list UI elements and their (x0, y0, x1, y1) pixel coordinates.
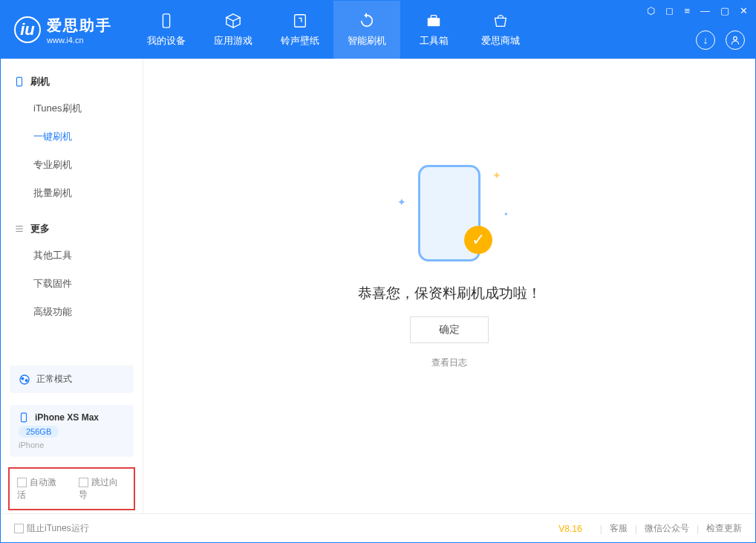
svg-point-11 (25, 380, 27, 382)
music-icon (291, 12, 309, 30)
svg-point-4 (734, 36, 737, 40)
svg-rect-0 (163, 14, 169, 27)
sidebar-item-download-fw[interactable]: 下载固件 (1, 270, 143, 298)
menu-icon[interactable]: ≡ (684, 5, 690, 16)
sparkle-icon: ✦ (504, 211, 509, 218)
support-link[interactable]: 客服 (610, 522, 628, 535)
device-mode-label: 正常模式 (36, 373, 72, 386)
phone-icon (14, 77, 25, 87)
refresh-icon (358, 12, 376, 30)
wechat-link[interactable]: 微信公众号 (645, 522, 689, 535)
window-controls: ⬡ ◻ ≡ — ▢ ✕ (647, 5, 748, 16)
sidebar: 刷机 iTunes刷机 一键刷机 专业刷机 批量刷机 更多 其他工具 下载固件 … (1, 59, 143, 513)
sidebar-title-label: 刷机 (30, 75, 50, 88)
tab-label: 爱思商城 (481, 34, 520, 48)
block-itunes-checkbox[interactable]: 阻止iTunes运行 (14, 522, 89, 535)
device-type: iPhone (19, 440, 125, 449)
footer-left: 阻止iTunes运行 (14, 522, 89, 535)
logo-icon: iu (14, 16, 41, 43)
sparkle-icon: ✦ (492, 169, 501, 181)
skip-guide-checkbox[interactable]: 跳过向导 (79, 476, 127, 501)
options-highlight-box: 自动激活 跳过向导 (8, 467, 135, 510)
checkbox-icon (17, 478, 27, 487)
app-subtitle: www.i4.cn (47, 36, 112, 45)
download-button[interactable]: ↓ (696, 30, 715, 50)
device-name: iPhone XS Max (35, 412, 99, 423)
sidebar-section-more: 更多 其他工具 下载固件 高级功能 (1, 216, 143, 326)
check-update-link[interactable]: 检查更新 (706, 522, 742, 535)
toolbox-icon (425, 12, 443, 30)
sidebar-item-oneclick-flash[interactable]: 一键刷机 (1, 123, 143, 151)
mode-icon (19, 374, 30, 386)
sidebar-item-pro-flash[interactable]: 专业刷机 (1, 151, 143, 179)
success-message: 恭喜您，保资料刷机成功啦！ (358, 284, 541, 303)
ok-button[interactable]: 确定 (410, 316, 489, 343)
tab-label: 工具箱 (420, 34, 449, 48)
svg-rect-12 (22, 413, 27, 422)
shirt-icon[interactable]: ⬡ (647, 5, 655, 16)
header-actions: ↓ (696, 30, 745, 50)
sidebar-section-flash: 刷机 iTunes刷机 一键刷机 专业刷机 批量刷机 (1, 69, 143, 207)
device-mode-box[interactable]: 正常模式 (10, 365, 134, 393)
tab-label: 铃声壁纸 (281, 34, 319, 48)
tab-toolbox[interactable]: 工具箱 (400, 1, 467, 59)
tab-label: 应用游戏 (214, 34, 252, 48)
app-body: 刷机 iTunes刷机 一键刷机 专业刷机 批量刷机 更多 其他工具 下载固件 … (1, 59, 755, 513)
list-icon (14, 224, 25, 234)
tab-label: 智能刷机 (348, 34, 386, 48)
tab-store[interactable]: 爱思商城 (467, 1, 534, 59)
checkbox-icon (14, 524, 24, 533)
device-icon (157, 12, 175, 30)
svg-point-10 (22, 377, 24, 380)
device-phone-icon (19, 412, 29, 423)
maximize-button[interactable]: ▢ (720, 5, 729, 16)
sidebar-title-flash: 刷机 (1, 69, 143, 94)
svg-rect-3 (431, 16, 436, 19)
logo-text: 爱思助手 www.i4.cn (47, 16, 112, 45)
checkbox-icon (79, 478, 88, 487)
sidebar-title-more: 更多 (1, 216, 143, 241)
auto-activate-checkbox[interactable]: 自动激活 (17, 476, 65, 501)
close-button[interactable]: ✕ (740, 5, 748, 16)
sidebar-item-other-tools[interactable]: 其他工具 (1, 241, 143, 270)
sidebar-item-batch-flash[interactable]: 批量刷机 (1, 179, 143, 207)
success-illustration: ✦ ✦ ✦ ✓ (397, 159, 501, 270)
store-icon (492, 12, 509, 30)
minimize-button[interactable]: — (700, 5, 710, 16)
footer-right: V8.16 | 客服 | 微信公众号 | 检查更新 (558, 522, 742, 535)
separator: | (600, 524, 602, 534)
tab-label: 我的设备 (147, 34, 186, 48)
main-tabs: 我的设备 应用游戏 铃声壁纸 智能刷机 工具箱 爱思商城 (133, 1, 534, 59)
version-label: V8.16 (558, 524, 581, 534)
spacer (1, 335, 143, 360)
cube-icon (224, 12, 242, 30)
device-name-row: iPhone XS Max (19, 412, 125, 423)
svg-point-9 (20, 375, 29, 384)
separator: | (635, 524, 637, 534)
storage-badge: 256GB (19, 426, 59, 438)
main-content: ✦ ✦ ✦ ✓ 恭喜您，保资料刷机成功啦！ 确定 查看日志 (143, 59, 755, 513)
sidebar-item-itunes-flash[interactable]: iTunes刷机 (1, 94, 143, 123)
tab-smart-flash[interactable]: 智能刷机 (333, 1, 400, 59)
tab-ringtone[interactable]: 铃声壁纸 (267, 1, 333, 59)
svg-rect-1 (295, 15, 306, 27)
separator: | (697, 524, 699, 534)
svg-rect-2 (428, 18, 440, 26)
feedback-icon[interactable]: ◻ (665, 5, 674, 16)
sidebar-title-label: 更多 (30, 222, 50, 235)
tab-my-device[interactable]: 我的设备 (133, 1, 200, 59)
user-button[interactable] (726, 30, 745, 50)
sidebar-item-advanced[interactable]: 高级功能 (1, 298, 143, 326)
tab-apps[interactable]: 应用游戏 (200, 1, 267, 59)
svg-rect-5 (17, 77, 22, 86)
check-badge-icon: ✓ (464, 226, 492, 254)
app-header: iu 爱思助手 www.i4.cn 我的设备 应用游戏 铃声壁纸 智能刷机 工具… (1, 1, 755, 59)
checkbox-label: 阻止iTunes运行 (27, 523, 89, 533)
view-log-link[interactable]: 查看日志 (431, 357, 467, 369)
footer: 阻止iTunes运行 V8.16 | 客服 | 微信公众号 | 检查更新 (1, 513, 755, 543)
app-title: 爱思助手 (47, 16, 112, 36)
sparkle-icon: ✦ (397, 196, 406, 208)
device-info-box[interactable]: iPhone XS Max 256GB iPhone (10, 405, 134, 457)
logo-area: iu 爱思助手 www.i4.cn (1, 16, 126, 45)
